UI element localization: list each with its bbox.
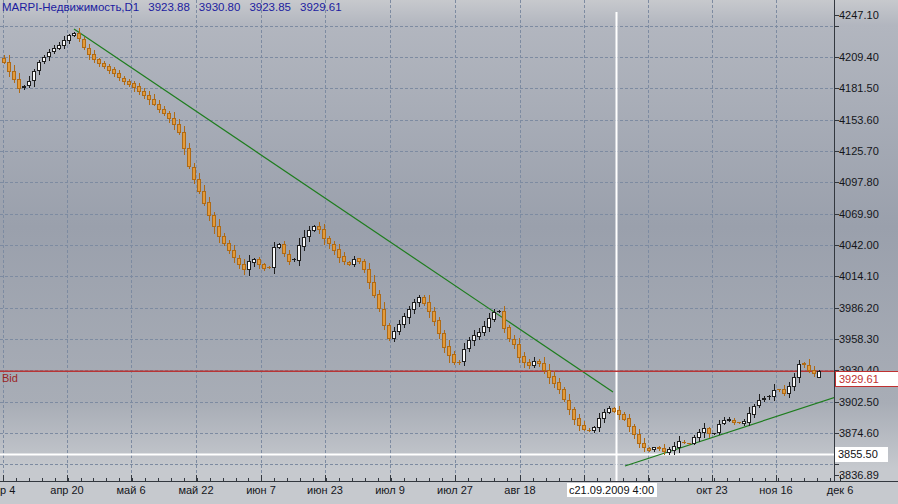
quote-close: 3929.61 xyxy=(300,1,342,13)
price-chart-canvas[interactable] xyxy=(0,0,898,504)
chart-window: MARPI-Недвижимость,D13923.883930.803923.… xyxy=(0,0,898,504)
symbol-period-label: MARPI-Недвижимость,D1 xyxy=(2,1,139,13)
bid-price-tag: 3929.61 xyxy=(835,371,898,387)
chart-background xyxy=(0,0,898,504)
x-axis-label: май 6 xyxy=(117,484,146,497)
hline-price-tag: 3855.50 xyxy=(835,447,888,462)
vline-date-tag: с21.09.2009 4:00 xyxy=(567,483,657,497)
y-axis-label: 4153.60 xyxy=(839,114,879,126)
x-axis-label: июл 27 xyxy=(437,484,473,497)
y-axis-label: 3958.30 xyxy=(839,333,879,345)
x-axis-label: май 22 xyxy=(178,484,213,497)
x-axis-label: июл 9 xyxy=(375,484,405,497)
y-axis-label: 3902.50 xyxy=(839,396,879,408)
y-axis-label: 3836.89 xyxy=(839,469,879,481)
x-axis-label: дек 6 xyxy=(827,484,854,497)
y-axis-label: 4181.50 xyxy=(839,82,879,94)
x-axis-label: окт 23 xyxy=(696,484,727,497)
bid-label: Bid xyxy=(2,372,18,384)
quote-high: 3930.80 xyxy=(199,1,241,13)
x-axis-label: ноя 16 xyxy=(759,484,792,497)
y-axis-label: 3986.20 xyxy=(839,302,879,314)
quote-low: 3923.85 xyxy=(249,1,291,13)
y-axis-label: 4209.40 xyxy=(839,51,879,63)
x-axis-label: июн 23 xyxy=(307,484,343,497)
x-axis-label: авг 18 xyxy=(504,484,535,497)
quote-open: 3923.88 xyxy=(148,1,190,13)
chart-title-overlay: MARPI-Недвижимость,D13923.883930.803923.… xyxy=(2,1,342,13)
y-axis-label: 4097.80 xyxy=(839,176,879,188)
y-axis-label: 4125.70 xyxy=(839,145,879,157)
x-axis-label: июн 7 xyxy=(246,484,276,497)
y-axis-label: 4069.90 xyxy=(839,208,879,220)
x-axis-label: р 4 xyxy=(0,484,15,497)
y-axis-label: 4014.10 xyxy=(839,270,879,282)
y-axis-label: 3874.60 xyxy=(839,427,879,439)
y-axis-label: 4247.10 xyxy=(839,9,879,21)
y-axis-label: 4042.00 xyxy=(839,239,879,251)
x-axis-label: апр 20 xyxy=(50,484,83,497)
